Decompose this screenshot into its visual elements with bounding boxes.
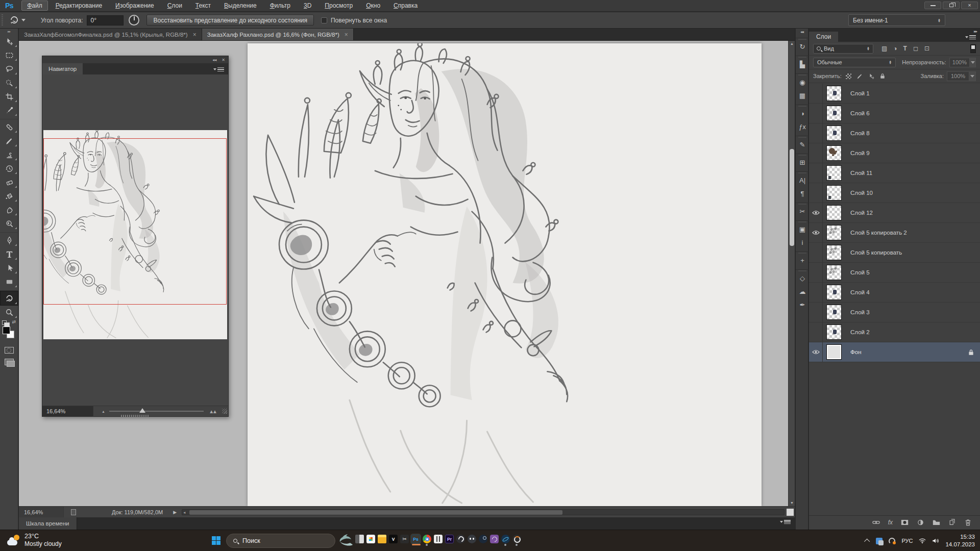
tray-app-icon[interactable] [876,538,883,544]
weather-widget[interactable]: 23°C Mostly cloudy [7,533,62,548]
layer-name[interactable]: Слой 10 [850,190,873,196]
threed-panel-icon[interactable]: ◇ [796,269,809,285]
menu-item[interactable]: Файл [21,1,48,11]
file-explorer[interactable] [378,535,386,543]
layer-row[interactable]: Слой 2 [809,322,980,342]
horizontal-scroll-thumb[interactable] [189,510,562,515]
crop-tool[interactable] [0,90,18,104]
type-tool[interactable] [0,247,18,261]
lock-all-icon[interactable] [880,73,885,79]
lasso-tool[interactable] [0,62,18,76]
navigator-zoom-input[interactable]: 16,64% [42,406,93,417]
panel-menu-icon[interactable] [217,67,224,71]
eraser-tool[interactable] [0,176,18,189]
layer-row[interactable]: Фон [809,342,980,362]
dodge-tool[interactable] [0,217,18,231]
microsoft-store[interactable] [366,535,375,543]
visibility-toggle[interactable] [809,223,823,243]
navigator-view-rectangle[interactable] [43,138,227,305]
layer-style-icon[interactable]: fx [888,519,893,526]
tool-presets-panel-icon[interactable]: ✂ [796,203,809,218]
tab-close-icon[interactable]: × [193,31,197,38]
swatches-panel-icon[interactable]: ▦ [796,89,809,102]
foreground-color-swatch[interactable] [3,327,10,334]
paths-panel-icon[interactable]: ✒ [796,298,809,311]
reset-view-button[interactable]: Восстановить представление до исходного … [146,15,314,26]
timeline-panel-menu-icon[interactable] [784,520,791,524]
rotate-all-windows-checkbox[interactable] [321,17,327,23]
layer-thumbnail[interactable] [826,344,842,360]
layer-thumbnail[interactable] [826,305,842,320]
eyedropper-tool[interactable] [0,104,18,117]
layer-row[interactable]: Слой 5 копировать [809,243,980,263]
quick-selection-tool[interactable] [0,76,18,90]
zoom-in-icon[interactable]: ▲▲ [209,409,216,414]
visibility-toggle[interactable] [809,203,823,223]
layer-name[interactable]: Слой 9 [850,150,870,156]
visibility-toggle[interactable] [809,263,823,283]
layer-row[interactable]: Слой 10 [809,183,980,203]
canvas-artwork[interactable] [248,43,762,506]
menu-item[interactable]: Фильтр [264,1,296,11]
color-panel-icon[interactable]: ◉ [796,73,809,89]
premiere-pro[interactable]: Pr [445,535,454,543]
scroll-down-icon[interactable]: ▼ [789,500,795,506]
layer-thumbnail[interactable] [826,165,842,181]
filter-smart-object-icon[interactable]: ⊡ [924,45,929,52]
status-menu-arrow-icon[interactable]: ▶ [173,510,177,515]
filter-type-icon[interactable]: T [903,45,907,52]
add-mask-icon[interactable] [901,519,909,526]
volume-icon[interactable] [932,538,939,544]
layer-row[interactable]: Слой 8 [809,123,980,143]
layer-name[interactable]: Слой 5 копировать 2 [850,230,907,236]
layer-thumbnail[interactable] [826,205,842,220]
clone-stamp-tool[interactable] [0,148,18,162]
photoshop[interactable]: Ps [411,535,420,543]
visibility-toggle[interactable] [809,322,823,342]
discord[interactable] [468,535,476,543]
pen-tool[interactable] [0,232,18,247]
chrome[interactable] [423,535,431,543]
layer-name[interactable]: Слой 4 [850,289,870,295]
layer-name[interactable]: Фон [850,349,862,355]
layers-tab[interactable]: Слои [809,32,838,42]
healing-brush-tool[interactable] [0,119,18,134]
layer-thumbnail[interactable] [826,324,842,340]
navigator-tab[interactable]: Навигатор [42,63,83,74]
toolbar-collapse-icon[interactable]: ▸▸ [0,29,18,35]
blend-mode-select[interactable]: Обычные ▲▼ [813,58,896,67]
brush-panel-icon[interactable]: ✎ [796,136,809,151]
panel-drag-dots[interactable] [121,415,150,417]
layer-name[interactable]: Слой 6 [850,110,870,116]
layer-thumbnail[interactable] [826,265,842,280]
layer-row[interactable]: Слой 12 [809,203,980,223]
visibility-toggle[interactable] [809,84,823,104]
quick-mask-button[interactable] [5,347,14,354]
layer-thumbnail[interactable] [826,245,842,260]
tray-sync-icon[interactable] [889,538,895,544]
layer-name[interactable]: Слой 5 [850,269,870,276]
history-panel-icon[interactable]: ↻ [796,38,809,53]
filter-kind-select[interactable]: Вид ▲▼ [813,44,873,54]
adjustment-layer-icon[interactable] [917,519,924,526]
rotation-angle-input[interactable]: 0° [87,15,124,26]
layer-row[interactable]: Слой 3 [809,303,980,322]
language-indicator[interactable]: РУС [901,538,913,544]
scroll-up-icon[interactable]: ▲ [789,41,795,47]
visibility-toggle[interactable] [809,143,823,163]
lock-position-icon[interactable] [868,73,875,80]
snipping-tool[interactable] [400,535,409,543]
visibility-toggle[interactable] [809,283,823,303]
visibility-toggle[interactable] [809,123,823,143]
navigator-titlebar[interactable]: ◂◂ ✕ [42,56,228,63]
layer-name[interactable]: Слой 1 [850,90,870,96]
search-highlight-shark-icon[interactable] [338,534,353,548]
timeline-tab[interactable]: Шкала времени [19,517,77,530]
app-v[interactable]: V [389,535,398,543]
menu-item[interactable]: Справка [388,1,423,11]
layer-name[interactable]: Слой 12 [850,210,873,216]
app-frames[interactable] [355,535,364,543]
visibility-toggle[interactable] [809,342,823,362]
close-panel-icon[interactable]: ✕ [222,58,225,62]
layer-name[interactable]: Слой 8 [850,130,870,136]
